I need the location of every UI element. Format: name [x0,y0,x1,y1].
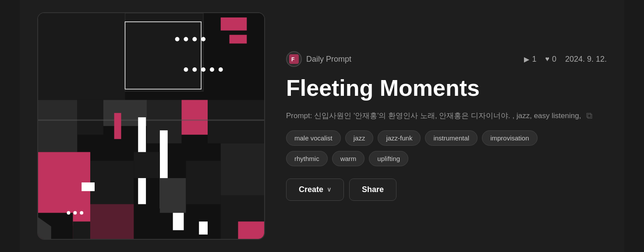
svg-rect-34 [186,161,220,204]
tag-item[interactable]: rhythmic [286,151,328,166]
svg-point-10 [201,37,205,42]
svg-rect-41 [238,221,264,239]
tag-item[interactable]: instrumental [425,130,478,146]
share-button[interactable]: Share [349,178,396,201]
play-count: 1 [532,55,536,64]
svg-rect-45 [199,221,208,234]
prompt-area: Prompt: 신입사원인 '안재홍'의 환영인사 노래, 안재홍은 디자이너야… [286,110,607,122]
prompt-text: Prompt: 신입사원인 '안재홍'의 환영인사 노래, 안재홍은 디자이너야… [286,110,581,122]
right-panel: F Daily Prompt ▶ 1 ♥ 0 2024. 9. 12. Flee… [286,51,607,200]
tag-item[interactable]: male vocalist [286,130,341,146]
album-art [37,12,265,240]
copy-icon[interactable]: ⧉ [586,111,592,121]
tags-row-1: male vocalistjazzjazz-funkinstrumentalim… [286,130,607,146]
header-row: F Daily Prompt ▶ 1 ♥ 0 2024. 9. 12. [286,51,607,67]
create-button[interactable]: Create ∨ [286,178,344,201]
tag-item[interactable]: uplifting [369,151,408,166]
svg-rect-6 [230,35,247,44]
svg-rect-4 [125,13,203,91]
play-icon: ▶ [524,55,529,63]
svg-rect-32 [134,152,160,178]
source-info: F Daily Prompt [286,51,351,67]
svg-rect-23 [38,119,264,121]
svg-rect-21 [181,100,208,134]
svg-rect-31 [90,204,134,239]
svg-rect-5 [221,18,247,31]
date-label: 2024. 9. 12. [565,55,607,64]
chevron-down-icon: ∨ [327,186,331,193]
svg-point-39 [73,211,77,214]
svg-rect-30 [90,161,134,204]
tags-section: male vocalistjazzjazz-funkinstrumentalim… [286,130,607,166]
source-logo: F [286,51,302,67]
heart-icon: ♥ [545,55,549,63]
svg-point-7 [175,37,180,42]
tag-item[interactable]: warm [332,151,365,166]
svg-point-8 [184,37,188,42]
svg-point-11 [184,67,188,72]
song-card: F Daily Prompt ▶ 1 ♥ 0 2024. 9. 12. Flee… [20,0,624,252]
svg-rect-22 [208,100,264,143]
meta-row: ▶ 1 ♥ 0 2024. 9. 12. [524,55,607,64]
share-label: Share [362,185,384,194]
create-label: Create [299,185,323,194]
svg-text:F: F [291,56,294,63]
tag-item[interactable]: improvisation [482,130,537,146]
svg-point-38 [67,211,70,214]
tag-item[interactable]: jazz [345,130,374,146]
song-title: Fleeting Moments [286,76,607,101]
svg-rect-17 [38,100,77,152]
svg-rect-1 [38,13,125,100]
svg-rect-29 [73,221,90,239]
svg-rect-35 [221,144,264,196]
svg-rect-44 [173,213,184,230]
svg-point-9 [192,37,197,42]
like-count-item: ♥ 0 [545,55,556,64]
svg-rect-33 [160,178,186,213]
svg-point-15 [219,67,223,72]
svg-point-40 [80,211,83,214]
button-row: Create ∨ Share [286,178,607,201]
svg-rect-37 [81,182,95,191]
play-count-item: ▶ 1 [524,55,536,64]
svg-point-14 [210,67,214,72]
svg-rect-43 [51,226,73,239]
svg-point-13 [201,67,205,72]
svg-rect-26 [114,113,121,139]
like-count: 0 [552,55,556,64]
source-label: Daily Prompt [306,55,351,64]
svg-point-12 [192,67,197,72]
svg-rect-18 [77,100,103,134]
tags-row-2: rhythmicwarmuplifting [286,151,607,166]
tag-item[interactable]: jazz-funk [378,130,421,146]
